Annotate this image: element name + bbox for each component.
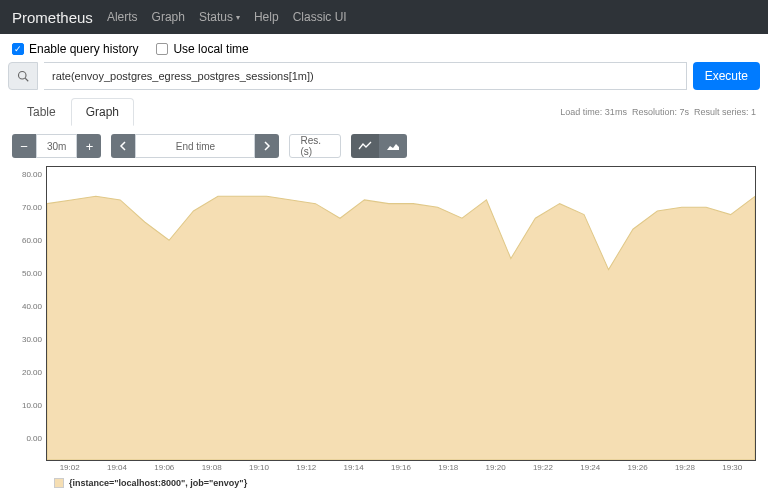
nav-classic[interactable]: Classic UI [293,10,347,24]
nav-status[interactable]: Status▾ [199,10,240,24]
svg-line-1 [25,78,28,81]
y-tick: 50.00 [22,269,42,278]
query-input[interactable] [44,62,687,90]
legend-swatch [54,478,64,488]
x-tick: 19:26 [614,463,661,472]
opt-history-label: Enable query history [29,42,138,56]
y-tick: 40.00 [22,302,42,311]
x-tick: 19:22 [519,463,566,472]
mode-stacked-button[interactable] [379,134,407,158]
x-tick: 19:16 [377,463,424,472]
execute-button[interactable]: Execute [693,62,760,90]
resolution-input[interactable]: Res. (s) [289,134,341,158]
search-icon [8,62,38,90]
y-tick: 60.00 [22,236,42,245]
x-tick: 19:04 [93,463,140,472]
x-tick: 19:18 [425,463,472,472]
x-tick: 19:08 [188,463,235,472]
checkbox-icon [156,43,168,55]
x-tick: 19:24 [567,463,614,472]
x-tick: 19:06 [141,463,188,472]
opt-history[interactable]: ✓ Enable query history [12,42,138,56]
range-value[interactable]: 30m [36,134,77,158]
range-decrease-button[interactable]: − [12,134,36,158]
y-tick: 80.00 [22,170,42,179]
x-tick: 19:14 [330,463,377,472]
x-tick: 19:30 [709,463,756,472]
x-tick: 19:20 [472,463,519,472]
y-tick: 70.00 [22,203,42,212]
x-tick: 19:12 [283,463,330,472]
y-tick: 0.00 [26,434,42,443]
legend-item[interactable]: {instance="localhost:8000", job="envoy"} [54,478,756,488]
legend-label: {instance="localhost:8000", job="envoy"} [69,478,247,488]
opt-localtime-label: Use local time [173,42,248,56]
opt-localtime[interactable]: Use local time [156,42,248,56]
mode-line-button[interactable] [351,134,379,158]
x-tick: 19:28 [661,463,708,472]
y-tick: 30.00 [22,335,42,344]
y-tick: 10.00 [22,401,42,410]
nav-alerts[interactable]: Alerts [107,10,138,24]
chart-plot[interactable] [46,166,756,461]
time-next-button[interactable] [255,134,279,158]
end-time-input[interactable]: End time [135,134,255,158]
tab-graph[interactable]: Graph [71,98,134,126]
svg-point-0 [19,72,27,80]
nav-graph[interactable]: Graph [152,10,185,24]
caret-down-icon: ▾ [236,13,240,22]
range-increase-button[interactable]: + [77,134,101,158]
x-tick: 19:02 [46,463,93,472]
time-prev-button[interactable] [111,134,135,158]
brand: Prometheus [12,9,93,26]
x-tick: 19:10 [235,463,282,472]
query-meta: Load time: 31ms Resolution: 7s Result se… [560,107,756,117]
nav-help[interactable]: Help [254,10,279,24]
checkbox-icon: ✓ [12,43,24,55]
tab-table[interactable]: Table [12,98,71,126]
y-tick: 20.00 [22,368,42,377]
